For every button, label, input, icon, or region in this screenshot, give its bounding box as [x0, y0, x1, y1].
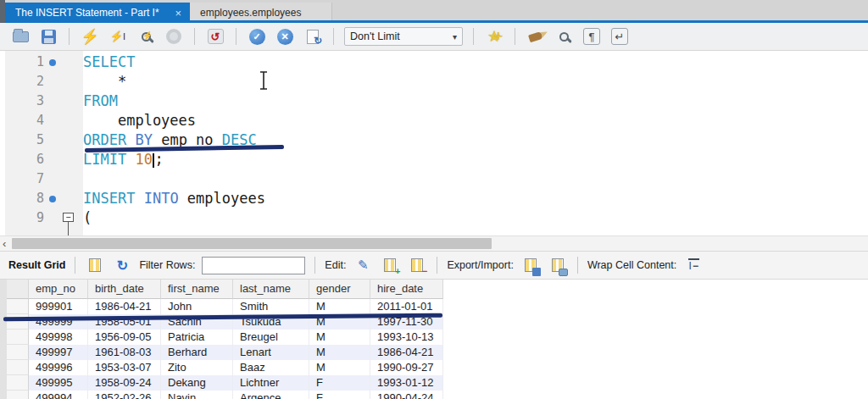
table-row[interactable]: 9999011986-04-21JohnSmithM2011-01-01 — [7, 299, 443, 314]
grid-cell[interactable]: F — [309, 375, 370, 391]
statement-marker — [44, 208, 61, 228]
grid-cell[interactable]: 499997 — [29, 345, 88, 360]
code-text: LIMIT 10; — [83, 150, 164, 169]
grid-cell[interactable]: 1953-03-07 — [88, 360, 161, 375]
grid-cell[interactable]: 1952-02-26 — [88, 391, 161, 399]
row-selector[interactable] — [7, 360, 29, 375]
toggle-autocommit-icon[interactable]: ↻ — [303, 26, 323, 47]
grid-cell[interactable]: Dekang — [161, 375, 233, 391]
grid-cell[interactable]: Navin — [161, 391, 233, 399]
grid-cell[interactable]: M — [309, 330, 370, 345]
grid-cell[interactable]: 1993-01-12 — [370, 375, 443, 391]
grid-cell[interactable]: 1958-09-24 — [88, 375, 161, 391]
wrap-text-icon[interactable]: ↵ — [609, 26, 630, 47]
grid-cell[interactable]: Argence — [233, 391, 309, 399]
grid-cell[interactable]: 2011-01-01 — [370, 299, 443, 314]
column-header-birth_date[interactable]: birth_date — [88, 280, 161, 299]
grid-cell[interactable]: Lichtner — [233, 375, 309, 391]
row-selector[interactable] — [7, 330, 29, 345]
execute-icon[interactable]: ⚡ — [80, 26, 100, 47]
grid-cell[interactable]: 1993-10-13 — [370, 330, 443, 345]
tab-insert-statement[interactable]: The INSERT Statement - Part I* × — [5, 3, 190, 23]
grid-cell[interactable]: Patricia — [161, 330, 233, 345]
grid-cell[interactable]: 1986-04-21 — [370, 345, 443, 360]
find-icon[interactable] — [554, 26, 574, 47]
table-row[interactable]: 4999981956-09-05PatriciaBreugelM1993-10-… — [7, 330, 443, 345]
row-selector[interactable] — [7, 375, 29, 391]
row-selector[interactable] — [7, 299, 29, 314]
grid-cell[interactable]: M — [309, 360, 370, 375]
open-file-icon[interactable] — [10, 26, 31, 47]
export-recordset-icon[interactable] — [520, 255, 541, 275]
grid-cell[interactable]: 1990-09-27 — [370, 360, 443, 375]
grid-cell[interactable]: F — [309, 391, 370, 399]
grid-cell[interactable]: John — [161, 299, 233, 314]
row-selector[interactable] — [7, 345, 29, 360]
refresh-icon[interactable]: ↻ — [112, 255, 132, 275]
grid-cell[interactable]: 1986-04-21 — [88, 299, 161, 314]
edit-record-icon[interactable]: ✎ — [353, 255, 373, 275]
grid-cell[interactable]: M — [309, 345, 370, 360]
column-header-emp_no[interactable]: emp_no — [29, 280, 88, 299]
toolbar-separator — [236, 28, 236, 45]
save-snippet-icon[interactable]: ★+ — [484, 26, 504, 47]
explain-icon[interactable]: ⚡ — [136, 26, 156, 47]
insert-row-icon[interactable]: + — [380, 255, 400, 275]
code-line[interactable]: 3FROM — [0, 91, 868, 111]
toggle-stop-on-error-icon[interactable]: ↺ — [205, 26, 225, 47]
filter-rows-input[interactable] — [202, 257, 305, 274]
code-line[interactable]: 7 — [0, 169, 868, 189]
grid-cell[interactable]: Breugel — [233, 330, 309, 345]
editor-horizontal-scrollbar[interactable]: ‹ — [0, 236, 868, 251]
grid-cell[interactable]: 1956-09-05 — [88, 330, 161, 345]
table-row[interactable]: 4999971961-08-03BerhardLenartM1986-04-21 — [7, 345, 443, 360]
grid-cell[interactable]: 499995 — [29, 375, 88, 391]
statement-marker — [44, 130, 61, 150]
fold-marker-icon[interactable]: − — [63, 213, 74, 222]
column-header-last_name[interactable]: last_name — [233, 280, 309, 299]
save-icon[interactable] — [38, 26, 58, 47]
table-row[interactable]: 4999951958-09-24DekangLichtnerF1993-01-1… — [7, 375, 443, 391]
code-line[interactable]: 8INSERT INTO employees — [0, 189, 868, 208]
grid-cell[interactable]: 499996 — [29, 360, 88, 375]
column-header-hire_date[interactable]: hire_date — [370, 280, 443, 299]
scroll-left-icon[interactable]: ‹ — [3, 236, 6, 252]
close-icon[interactable]: × — [175, 7, 181, 19]
table-row[interactable]: 4999961953-03-07ZitoBaazM1990-09-27 — [7, 360, 443, 375]
sql-code-editor[interactable]: 1SELECT2 *3FROM4 employees5ORDER BY emp_… — [0, 51, 868, 236]
code-line[interactable]: 4 employees — [0, 111, 868, 130]
column-header-gender[interactable]: gender — [309, 280, 370, 299]
code-line[interactable]: 1SELECT — [0, 53, 868, 72]
grid-cell[interactable]: 1961-08-03 — [88, 345, 161, 360]
code-line[interactable]: 9−( — [0, 208, 868, 228]
delete-row-icon[interactable]: − — [407, 255, 427, 275]
code-line[interactable]: 2 * — [0, 72, 868, 91]
commit-icon[interactable]: ✓ — [247, 26, 267, 47]
wrap-cell-content-icon[interactable]: − — [683, 255, 704, 275]
wrap-cell-content-label: Wrap Cell Content: — [587, 259, 676, 271]
grid-view-icon[interactable] — [85, 255, 105, 275]
grid-cell[interactable]: 499994 — [29, 391, 88, 399]
table-row[interactable]: 4999941952-02-26NavinArgenceF1990-04-24 — [7, 391, 443, 399]
grid-cell[interactable]: 499998 — [29, 330, 88, 345]
grid-cell[interactable]: Baaz — [233, 360, 309, 375]
grid-cell[interactable]: 1990-04-24 — [370, 391, 443, 399]
grid-cell[interactable]: 999901 — [29, 299, 88, 314]
execute-current-icon[interactable]: ⚡I — [108, 26, 128, 47]
row-selector[interactable] — [7, 391, 29, 399]
grid-cell[interactable]: Smith — [233, 299, 309, 314]
row-limit-dropdown[interactable]: Don't Limit ▾ — [344, 27, 463, 46]
rollback-icon[interactable]: ✕ — [275, 26, 295, 47]
beautify-icon[interactable] — [526, 26, 546, 47]
import-records-icon[interactable] — [548, 255, 568, 275]
tab-employees-table[interactable]: employees.employees — [190, 3, 332, 23]
grid-cell[interactable]: Lenart — [233, 345, 309, 360]
grid-cell[interactable]: Zito — [161, 360, 233, 375]
code-line[interactable]: 6LIMIT 10; — [0, 150, 868, 169]
grid-cell[interactable]: Berhard — [161, 345, 233, 360]
column-header-first_name[interactable]: first_name — [161, 280, 233, 299]
grid-cell[interactable]: M — [309, 299, 370, 314]
line-number: 6 — [0, 150, 44, 169]
show-invisibles-icon[interactable]: ¶ — [581, 26, 602, 47]
scrollbar-thumb[interactable] — [12, 238, 492, 249]
